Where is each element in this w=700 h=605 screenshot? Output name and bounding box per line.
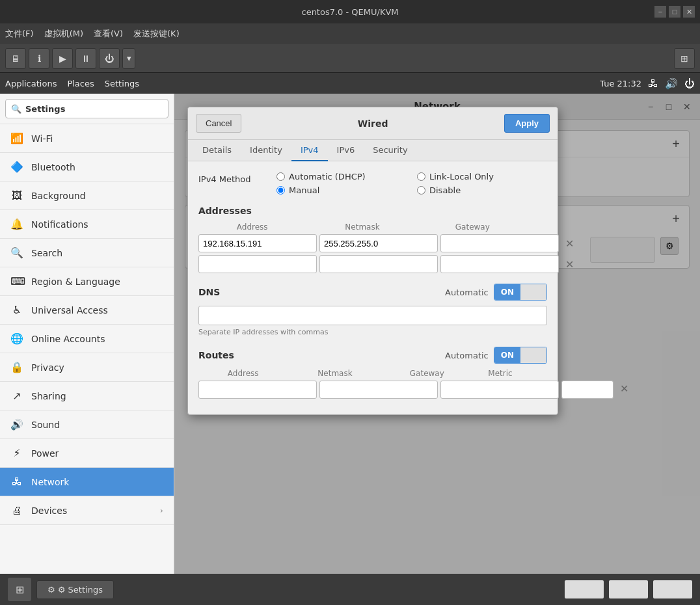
privacy-icon: 🔒 bbox=[10, 361, 23, 373]
tab-details[interactable]: Details bbox=[193, 140, 241, 161]
main-area: 🔍 Settings 📶 Wi-Fi 🔷 Bluetooth 🖼 Backgro… bbox=[0, 94, 700, 574]
routes-col-netmask: Netmask bbox=[290, 369, 379, 378]
sidebar-item-search[interactable]: 🔍 Search bbox=[0, 239, 174, 267]
radio-auto-dhcp-label: Automatic (DHCP) bbox=[289, 172, 366, 182]
routes-toggle-off[interactable] bbox=[520, 347, 546, 363]
status-fullscreen-btn[interactable]: ⊞ bbox=[8, 578, 31, 601]
routes-col-address: Address bbox=[198, 369, 288, 378]
routes-toggle-on[interactable]: ON bbox=[494, 347, 520, 363]
routes-toggle[interactable]: ON bbox=[494, 347, 547, 364]
tab-ipv6[interactable]: IPv6 bbox=[328, 140, 364, 161]
status-settings-label[interactable]: ⚙ ⚙ Settings bbox=[36, 580, 114, 599]
ipv4-method-row: IPv4 Method Automatic (DHCP) Link-Local … bbox=[198, 172, 547, 195]
sidebar-item-wifi[interactable]: 📶 Wi-Fi bbox=[0, 124, 174, 153]
volume-icon[interactable]: 🔊 bbox=[665, 77, 678, 90]
sysbar-places[interactable]: Places bbox=[67, 79, 94, 88]
notifications-icon: 🔔 bbox=[10, 218, 23, 230]
route-metric-0[interactable] bbox=[561, 381, 613, 399]
close-button[interactable]: ✕ bbox=[683, 6, 695, 18]
sidebar-label-devices: Devices bbox=[31, 505, 67, 516]
dns-toggle[interactable]: ON bbox=[494, 284, 547, 301]
tab-ipv4[interactable]: IPv4 bbox=[291, 140, 328, 161]
cancel-button[interactable]: Cancel bbox=[196, 114, 241, 133]
dns-toggle-on[interactable]: ON bbox=[494, 284, 520, 300]
addr-address-1[interactable] bbox=[198, 255, 317, 273]
toolbar-info-btn[interactable]: ℹ bbox=[29, 48, 49, 69]
settings-status-label: ⚙ Settings bbox=[58, 585, 103, 595]
route-address-0[interactable] bbox=[198, 381, 317, 399]
sidebar-item-universal[interactable]: ♿ Universal Access bbox=[0, 296, 174, 325]
apply-button[interactable]: Apply bbox=[504, 114, 550, 133]
addr-address-0[interactable] bbox=[198, 234, 317, 252]
sidebar-item-background[interactable]: 🖼 Background bbox=[0, 182, 174, 210]
sidebar-label-wifi: Wi-Fi bbox=[31, 133, 53, 144]
sidebar-label-bluetooth: Bluetooth bbox=[31, 162, 75, 172]
window-title: centos7.0 - QEMU/KVM bbox=[301, 7, 398, 17]
dns-toggle-off[interactable] bbox=[520, 284, 546, 300]
sysbar-settings[interactable]: Settings bbox=[105, 79, 139, 88]
power-status-icon[interactable]: ⏻ bbox=[684, 77, 695, 90]
radio-disable[interactable]: Disable bbox=[417, 185, 547, 195]
maximize-button[interactable]: □ bbox=[669, 6, 680, 18]
wifi-icon: 📶 bbox=[10, 132, 23, 144]
addr-row-1: ✕ bbox=[198, 255, 547, 273]
menu-view[interactable]: 查看(V) bbox=[94, 28, 123, 40]
sysbar-applications[interactable]: Applications bbox=[5, 79, 57, 88]
sidebar-item-network[interactable]: 🖧 Network bbox=[0, 468, 174, 496]
radio-auto-dhcp[interactable]: Automatic (DHCP) bbox=[276, 172, 407, 182]
addr-netmask-1[interactable] bbox=[319, 255, 438, 273]
minimize-button[interactable]: − bbox=[654, 6, 666, 18]
radio-manual-label: Manual bbox=[289, 185, 319, 195]
sidebar-label-sharing: Sharing bbox=[31, 391, 66, 401]
ipv4-method-label: IPv4 Method bbox=[198, 172, 276, 184]
sidebar-item-sharing[interactable]: ↗ Sharing bbox=[0, 382, 174, 410]
radio-disable-input[interactable] bbox=[417, 186, 425, 195]
route-gateway-0[interactable] bbox=[440, 381, 559, 399]
addr-remove-0[interactable]: ✕ bbox=[561, 235, 577, 251]
sidebar-item-region[interactable]: ⌨ Region & Language bbox=[0, 267, 174, 296]
sidebar-label-privacy: Privacy bbox=[31, 362, 64, 373]
radio-link-local-input[interactable] bbox=[417, 172, 425, 181]
status-rect-3 bbox=[653, 580, 692, 598]
sidebar-label-notifications: Notifications bbox=[31, 219, 88, 230]
sidebar-item-privacy[interactable]: 🔒 Privacy bbox=[0, 353, 174, 382]
radio-manual[interactable]: Manual bbox=[276, 185, 407, 195]
radio-link-local[interactable]: Link-Local Only bbox=[417, 172, 547, 182]
toolbar-power-btn[interactable]: ⏻ bbox=[99, 48, 120, 69]
route-remove-0[interactable]: ✕ bbox=[616, 381, 632, 396]
addr-remove-1[interactable]: ✕ bbox=[561, 256, 577, 272]
sidebar-item-power[interactable]: ⚡ Power bbox=[0, 439, 174, 468]
devices-icon: 🖨 bbox=[10, 504, 23, 517]
menu-vm[interactable]: 虚拟机(M) bbox=[44, 28, 83, 40]
power-icon: ⚡ bbox=[10, 447, 23, 459]
menu-file[interactable]: 文件(F) bbox=[5, 28, 34, 40]
dns-input[interactable] bbox=[198, 306, 547, 325]
toolbar-monitor-btn[interactable]: 🖥 bbox=[5, 48, 26, 69]
sound-icon: 🔊 bbox=[10, 418, 23, 431]
toolbar-play-btn[interactable]: ▶ bbox=[52, 48, 73, 69]
addr-gateway-0[interactable] bbox=[440, 234, 559, 252]
menu-send[interactable]: 发送按键(K) bbox=[133, 28, 180, 40]
bluetooth-icon: 🔷 bbox=[10, 161, 23, 173]
tab-security[interactable]: Security bbox=[364, 140, 416, 161]
radio-manual-input[interactable] bbox=[276, 186, 285, 195]
tab-identity[interactable]: Identity bbox=[241, 140, 291, 161]
sidebar-item-online[interactable]: 🌐 Online Accounts bbox=[0, 325, 174, 353]
sidebar-item-devices[interactable]: 🖨 Devices › bbox=[0, 496, 174, 525]
route-netmask-0[interactable] bbox=[319, 381, 438, 399]
toolbar-dropdown-btn[interactable]: ▾ bbox=[122, 48, 135, 69]
toolbar-pause-btn[interactable]: ⏸ bbox=[75, 48, 96, 69]
network-status-icon[interactable]: 🖧 bbox=[648, 77, 658, 90]
sidebar-item-notifications[interactable]: 🔔 Notifications bbox=[0, 210, 174, 239]
sidebar-item-sound[interactable]: 🔊 Sound bbox=[0, 410, 174, 439]
addr-gateway-1[interactable] bbox=[440, 255, 559, 273]
dns-header: DNS Automatic ON bbox=[198, 284, 547, 301]
network-icon: 🖧 bbox=[10, 476, 23, 488]
radio-auto-dhcp-input[interactable] bbox=[276, 172, 285, 181]
dns-hint: Separate IP addresses with commas bbox=[198, 328, 547, 336]
sidebar-label-power: Power bbox=[31, 448, 59, 459]
sidebar-label-online: Online Accounts bbox=[31, 334, 105, 344]
toolbar-fullscreen-btn[interactable]: ⊞ bbox=[674, 48, 695, 69]
addr-netmask-0[interactable] bbox=[319, 234, 438, 252]
sidebar-item-bluetooth[interactable]: 🔷 Bluetooth bbox=[0, 153, 174, 182]
